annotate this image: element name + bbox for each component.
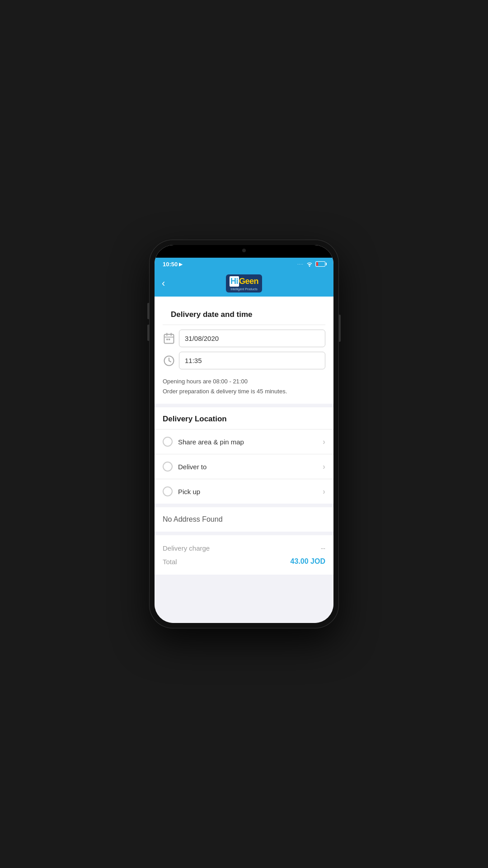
status-bar: 10:50 ▶ ···· — [155, 258, 333, 270]
battery-icon — [315, 261, 325, 267]
pick-up-option[interactable]: Pick up › — [155, 479, 333, 504]
screen-content: Delivery date and time — [155, 297, 333, 623]
svg-line-8 — [169, 361, 171, 362]
deliver-to-label: Deliver to — [178, 463, 206, 471]
hours-info: Opening hours are 08:00 - 21:00 Order pr… — [163, 374, 325, 397]
share-area-chevron: › — [323, 437, 325, 447]
opening-hours-line1: Opening hours are 08:00 - 21:00 — [163, 377, 325, 387]
status-time: 10:50 ▶ — [163, 261, 183, 268]
pick-up-radio[interactable] — [163, 486, 173, 496]
app-logo: Hi Geen Intelligent Products — [226, 274, 262, 292]
date-row — [163, 330, 325, 347]
clock-icon — [163, 354, 179, 367]
svg-rect-5 — [169, 339, 170, 340]
total-value: 43.00 JOD — [291, 557, 325, 566]
share-area-radio[interactable] — [163, 437, 173, 447]
delivery-date-section: Delivery date and time — [155, 297, 333, 404]
no-address-text: No Address Found — [163, 515, 223, 523]
opening-hours-line2: Order preparation & delivery time is 45 … — [163, 387, 325, 396]
delivery-location-section: Delivery Location Share area & pin map ›… — [155, 407, 333, 504]
signal-dots-icon: ···· — [297, 262, 304, 266]
app-header: ‹ Hi Geen Intelligent Products — [155, 270, 333, 297]
no-address-section: No Address Found — [155, 507, 333, 532]
share-area-label: Share area & pin map — [178, 438, 244, 446]
pick-up-label: Pick up — [178, 488, 200, 495]
delivery-charge-row: Delivery charge -- — [163, 542, 325, 555]
delivery-charge-label: Delivery charge — [163, 544, 210, 552]
logo-geen: Geen — [239, 277, 258, 286]
time-input[interactable] — [179, 352, 325, 369]
svg-rect-4 — [166, 339, 168, 340]
date-input[interactable] — [179, 330, 325, 347]
time-row — [163, 352, 325, 369]
wifi-icon — [306, 261, 313, 267]
logo-hi: Hi — [230, 276, 239, 287]
delivery-charge-value: -- — [321, 544, 325, 552]
delivery-date-title: Delivery date and time — [163, 303, 325, 325]
calendar-icon — [163, 332, 179, 345]
back-button[interactable]: ‹ — [162, 278, 165, 288]
pick-up-chevron: › — [323, 487, 325, 496]
total-row: Total 43.00 JOD — [163, 555, 325, 568]
summary-section: Delivery charge -- Total 43.00 JOD — [155, 535, 333, 575]
delivery-location-title: Delivery Location — [155, 407, 333, 429]
total-label: Total — [163, 558, 177, 566]
logo-subtitle: Intelligent Products — [230, 288, 258, 291]
deliver-to-option[interactable]: Deliver to › — [155, 454, 333, 479]
deliver-to-radio[interactable] — [163, 462, 173, 472]
deliver-to-chevron: › — [323, 462, 325, 472]
share-area-option[interactable]: Share area & pin map › — [155, 429, 333, 454]
status-icons: ···· — [297, 261, 325, 267]
time-display: 10:50 — [163, 261, 178, 268]
location-arrow-icon: ▶ — [179, 262, 183, 267]
